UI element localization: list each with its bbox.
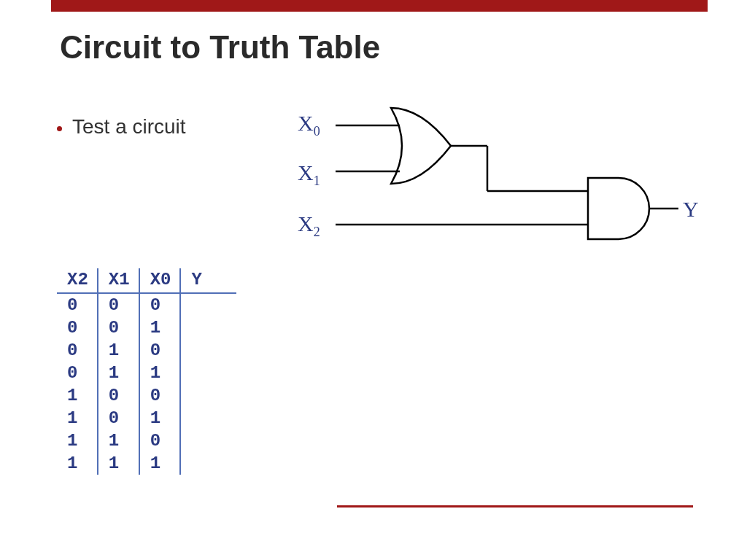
col-header-x0: X0: [140, 268, 182, 294]
bottom-accent-line: [337, 505, 693, 508]
wire-or-to-and: [487, 146, 588, 191]
table-row: 1 1 1: [57, 452, 236, 475]
top-accent-bar: [51, 0, 708, 12]
bullet-dot-icon: [57, 126, 62, 131]
table-row: 0 1 0: [57, 339, 236, 362]
truth-table: X2 X1 X0 Y 0 0 0 0 0 1 0 1 0 0 1 1: [57, 268, 236, 475]
truth-table-header-row: X2 X1 X0 Y: [57, 268, 236, 294]
and-gate-icon: [588, 178, 678, 239]
col-header-x2: X2: [57, 268, 98, 294]
bullet-item: Test a circuit: [57, 115, 186, 139]
table-row: 1 0 1: [57, 407, 236, 429]
page-title: Circuit to Truth Table: [60, 29, 380, 66]
table-row: 1 0 0: [57, 384, 236, 407]
bullet-text: Test a circuit: [72, 115, 186, 139]
circuit-diagram: X0 X1 X2 Y: [298, 102, 706, 262]
col-header-y: Y: [181, 268, 236, 294]
col-header-x1: X1: [98, 268, 140, 294]
table-row: 0 0 0: [57, 294, 236, 316]
table-row: 0 0 1: [57, 316, 236, 339]
circuit-svg: [298, 102, 706, 262]
or-gate-icon: [336, 108, 487, 184]
table-row: 0 1 1: [57, 362, 236, 384]
table-row: 1 1 0: [57, 429, 236, 452]
